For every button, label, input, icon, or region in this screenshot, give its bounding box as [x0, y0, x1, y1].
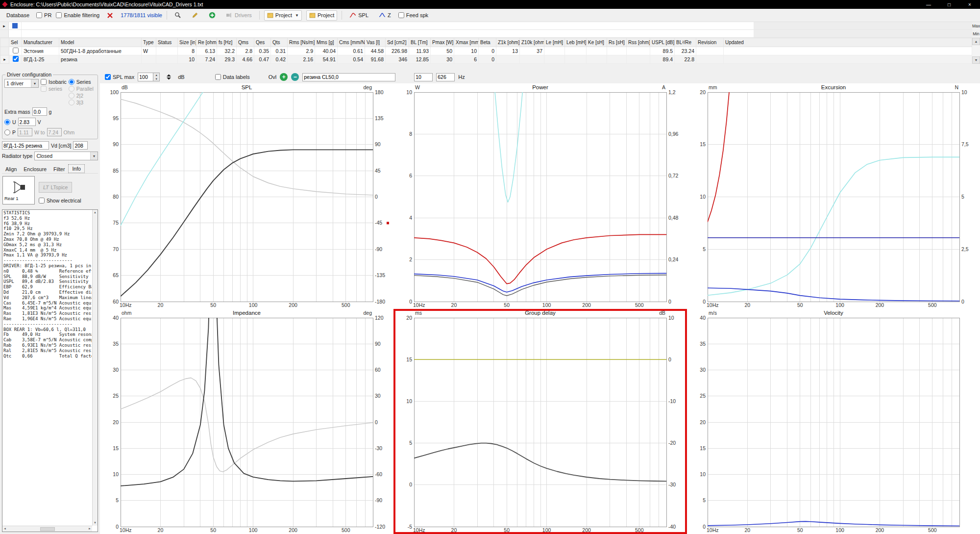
driver-name-input[interactable] — [2, 141, 49, 150]
chart-spl[interactable]: 100959085807570656018013590450-45-90-135… — [100, 83, 393, 309]
column-header[interactable]: Beta — [479, 38, 496, 47]
filter-row-min[interactable] — [0, 30, 972, 38]
power-radio[interactable]: P — [4, 129, 16, 135]
scroll-right-icon[interactable]: ► — [88, 526, 91, 532]
chart-power[interactable]: 10864201,20,960,720,480,24010Hz205010020… — [393, 83, 687, 309]
feed-spk-input[interactable] — [398, 12, 404, 18]
column-header[interactable]: Rs [sH] — [607, 38, 627, 47]
table-cell[interactable]: 30 — [431, 55, 454, 64]
clear-filter-button[interactable] — [104, 10, 116, 21]
data-labels-input[interactable] — [215, 74, 221, 80]
column-header[interactable]: Qms — [237, 38, 254, 47]
column-header[interactable]: Vas [l] — [365, 38, 386, 47]
scroll-down-icon[interactable]: ▼ — [94, 520, 97, 526]
table-row[interactable]: Эстония50ГДН-1-8 доработанныеW86.1332.22… — [0, 47, 972, 55]
table-cell[interactable]: 7.24 — [196, 55, 217, 64]
database-menu[interactable]: Database — [4, 11, 32, 19]
spin-down-icon[interactable]: ▼ — [153, 77, 159, 81]
column-header[interactable]: Updated — [724, 38, 972, 47]
table-cell[interactable] — [156, 55, 178, 64]
table-cell[interactable]: 0.54 — [338, 55, 365, 64]
data-labels-checkbox[interactable]: Data labels — [215, 74, 250, 80]
table-cell[interactable]: 22.8 — [675, 55, 696, 64]
table-cell[interactable] — [520, 55, 544, 64]
scroll-up-icon[interactable]: ▲ — [94, 210, 97, 215]
column-header[interactable]: Leb [mH] — [565, 38, 587, 47]
add-overlay-button[interactable]: + — [280, 73, 288, 81]
power-radio-input[interactable] — [4, 129, 10, 135]
table-cell[interactable]: 0.35 — [254, 47, 271, 55]
table-cell[interactable] — [544, 47, 565, 55]
table-cell[interactable]: 37 — [520, 47, 544, 55]
table-cell[interactable]: 6 — [454, 55, 479, 64]
freq-from-input[interactable] — [414, 73, 433, 81]
table-cell[interactable]: 10 — [178, 55, 196, 64]
table-cell[interactable] — [565, 47, 587, 55]
column-header[interactable]: Status — [156, 38, 178, 47]
table-cell[interactable]: 0.31 — [271, 47, 288, 55]
enable-filtering-checkbox[interactable]: Enable filtering — [56, 12, 99, 18]
table-cell[interactable]: 0.42 — [271, 55, 288, 64]
table-cell[interactable]: 226.98 — [386, 47, 409, 55]
table-cell[interactable]: 2.9 — [288, 47, 315, 55]
isobaric-input[interactable] — [41, 79, 47, 85]
column-header[interactable]: BL²/Re — [675, 38, 696, 47]
column-header[interactable]: BL [Tm] — [409, 38, 431, 47]
tab-enclosure[interactable]: Enclosure — [20, 165, 50, 173]
voltage-input[interactable] — [18, 118, 36, 126]
table-row[interactable]: ▸8ГД-1-25резина107.2429.34.660.470.422.1… — [0, 55, 972, 64]
statistics-list[interactable]: STATISTICSf3 52,6 Hzf6 38,9 Hzf10 29,5 H… — [2, 209, 98, 532]
table-cell[interactable]: 29.3 — [217, 55, 237, 64]
table-cell[interactable]: 32.2 — [217, 47, 237, 55]
table-cell[interactable]: 0 — [479, 47, 496, 55]
column-header[interactable]: Rss [ohm] — [627, 38, 650, 47]
column-header[interactable]: Type — [142, 38, 156, 47]
project-save-button[interactable]: Project ▼ — [264, 10, 302, 21]
freq-to-input[interactable] — [436, 73, 455, 81]
table-cell[interactable] — [587, 55, 607, 64]
table-cell[interactable]: 50ГДН-1-8 доработанные — [59, 47, 142, 55]
search-button[interactable] — [172, 10, 184, 21]
column-header[interactable]: Qes — [254, 38, 271, 47]
vd-input[interactable] — [73, 141, 88, 150]
table-cell[interactable]: 8 — [178, 47, 196, 55]
table-cell[interactable] — [724, 55, 972, 64]
table-cell[interactable] — [587, 47, 607, 55]
table-cell[interactable]: W — [142, 47, 156, 55]
column-header[interactable]: Cms [mm/N] — [338, 38, 365, 47]
maximize-button[interactable]: □ — [939, 0, 959, 9]
table-cell[interactable] — [724, 47, 972, 55]
spl-max-input[interactable] — [138, 73, 153, 81]
table-cell[interactable]: 4.66 — [237, 55, 254, 64]
column-header[interactable]: Rms [Ns/m] — [288, 38, 315, 47]
chart-group-delay[interactable]: 20151050-5100-10-20-30-4010Hz20501002005… — [393, 309, 687, 534]
table-cell[interactable]: 10 — [454, 47, 479, 55]
show-electrical-checkbox[interactable]: Show electrical — [39, 198, 81, 203]
table-cell[interactable]: 13 — [496, 47, 520, 55]
column-header[interactable]: Pmax [W] — [431, 38, 454, 47]
table-cell[interactable]: 11.93 — [409, 47, 431, 55]
z-export-button[interactable]: Z — [376, 10, 394, 21]
chart-velocity[interactable]: 403530252015105010Hz2050100200500Velocit… — [687, 309, 980, 534]
filter-sel-cell[interactable] — [9, 22, 22, 29]
isobaric-checkbox[interactable]: Isobaric — [41, 79, 67, 85]
stats-horizontal-scrollbar[interactable]: ◄► — [2, 526, 92, 532]
column-header[interactable]: Re [ohm] — [196, 38, 217, 47]
column-header[interactable]: Qts — [271, 38, 288, 47]
table-cell[interactable] — [627, 55, 650, 64]
table-cell[interactable]: 12.85 — [409, 55, 431, 64]
feed-spk-checkbox[interactable]: Feed spk — [398, 12, 428, 18]
table-cell[interactable] — [696, 47, 724, 55]
column-header[interactable]: Sd [cm2] — [386, 38, 409, 47]
column-header[interactable]: Z10k [ohm] — [520, 38, 544, 47]
column-header[interactable]: Mms [g] — [315, 38, 338, 47]
table-scroll-down-button[interactable]: ▼ — [972, 56, 980, 64]
table-cell[interactable]: 346 — [386, 55, 409, 64]
table-cell[interactable]: 91.68 — [365, 55, 386, 64]
close-button[interactable]: × — [959, 0, 980, 9]
chart-excursion[interactable]: 20151050107,552,5010Hz2050100200500Excur… — [687, 83, 980, 309]
table-cell[interactable] — [156, 47, 178, 55]
table-cell[interactable]: 8ГД-1-25 — [22, 55, 59, 64]
table-scrollbar-track[interactable] — [972, 45, 980, 56]
tab-filter[interactable]: Filter — [50, 165, 68, 173]
